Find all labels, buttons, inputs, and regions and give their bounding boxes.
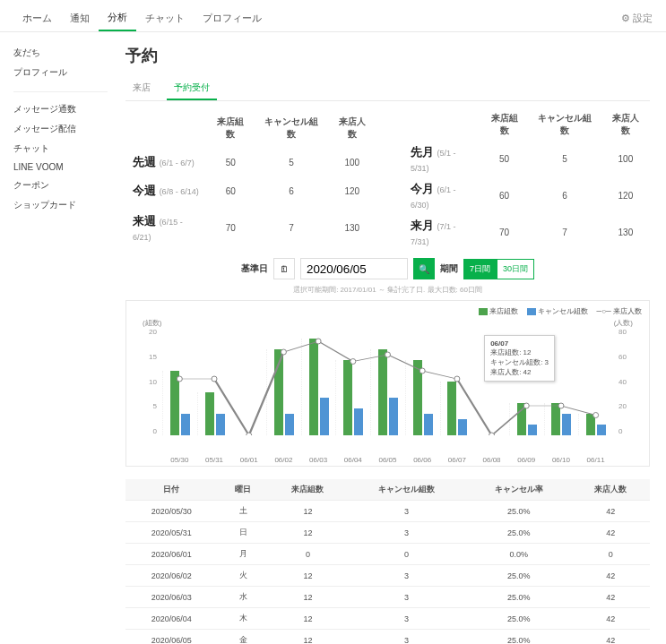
right-axis-label: (人数): [614, 318, 633, 328]
sum-value: 5: [528, 141, 601, 177]
table-cell: 12: [269, 608, 347, 630]
x-tick: 06/02: [266, 453, 301, 464]
table-cell: 42: [572, 587, 650, 608]
data-table: 日付曜日来店組数キャンセル組数キャンセル率来店人数2020/05/30土1232…: [125, 479, 650, 644]
table-row: 2020/05/30土12325.0%42: [125, 501, 650, 522]
table-cell: 0: [572, 544, 650, 565]
sidebar-item[interactable]: チャット: [13, 139, 108, 159]
period-pill[interactable]: 7日間: [463, 259, 497, 279]
sum-row-label: 今週 (6/8 - 6/14): [125, 176, 206, 205]
sum-value: 60: [480, 177, 529, 214]
sum-col-header: 来店組数: [206, 108, 255, 148]
table-cell: 2020/06/01: [125, 544, 218, 565]
table-cell: 2020/06/02: [125, 565, 218, 587]
sum-value: 7: [255, 205, 327, 251]
chart-slot: [266, 349, 301, 435]
subtab[interactable]: 予約受付: [167, 77, 217, 100]
nav-tab[interactable]: ホーム: [13, 6, 61, 30]
table-header: 曜日: [218, 479, 269, 501]
sidebar-item[interactable]: メッセージ通数: [13, 99, 108, 119]
table-row: 2020/06/02火12325.0%42: [125, 565, 650, 587]
x-tick: 06/06: [405, 453, 440, 464]
sum-col-header: キャンセル組数: [255, 108, 327, 148]
table-cell: 水: [218, 587, 269, 608]
x-labels: 05/3005/3106/0106/0206/0306/0406/0506/06…: [126, 453, 649, 464]
settings-link[interactable]: ⚙ 設定: [621, 12, 653, 25]
left-axis-label: (組数): [143, 318, 161, 328]
table-cell: 0.0%: [466, 544, 572, 565]
table-header: 日付: [125, 479, 218, 501]
table-cell: 火: [218, 565, 269, 587]
page-title: 予約: [125, 45, 650, 66]
table-cell: 2020/05/31: [125, 522, 218, 544]
bar-cancels: [181, 414, 190, 435]
bar-cancels: [597, 425, 606, 435]
bar-visits: [551, 403, 560, 435]
chart-slot: [405, 360, 440, 435]
chart-slot: [370, 349, 405, 435]
table-row: 2020/06/04木12325.0%42: [125, 608, 650, 630]
table-cell: 25.0%: [466, 608, 572, 630]
y-ticks-right: 806040200: [618, 328, 645, 435]
x-tick: 06/01: [231, 453, 266, 464]
sum-value: 50: [206, 148, 255, 176]
sum-value: 6: [255, 176, 327, 205]
table-cell: 42: [572, 501, 650, 522]
subtab[interactable]: 来店: [125, 77, 158, 100]
bar-visits: [343, 360, 352, 435]
sum-value: 60: [206, 176, 255, 205]
table-cell: 3: [347, 630, 466, 645]
table-cell: 2020/06/04: [125, 608, 218, 630]
sum-col-header: 来店人数: [328, 108, 376, 148]
sidebar-item[interactable]: プロフィール: [13, 63, 108, 82]
table-header: キャンセル組数: [347, 479, 466, 501]
period-label: 期間: [440, 262, 458, 275]
period-pills: 7日間30日間: [463, 259, 534, 279]
bar-cancels: [285, 414, 294, 435]
table-header: キャンセル率: [466, 479, 572, 501]
sum-value: 120: [328, 176, 376, 205]
sidebar-item[interactable]: LINE VOOM: [13, 159, 108, 176]
table-cell: 2020/05/30: [125, 501, 218, 522]
sidebar-item[interactable]: 友だち: [13, 43, 108, 63]
sum-row-label: 先週 (6/1 - 6/7): [125, 148, 206, 176]
table-row: 2020/06/03水12325.0%42: [125, 587, 650, 608]
table-cell: 42: [572, 608, 650, 630]
chart-slot: [544, 403, 579, 435]
bar-visits: [447, 382, 456, 435]
table-cell: 2020/06/05: [125, 630, 218, 645]
table-row: 2020/06/05金12325.0%42: [125, 630, 650, 645]
x-tick: 06/10: [544, 453, 579, 464]
calendar-icon[interactable]: 🗓: [273, 258, 295, 279]
period-pill[interactable]: 30日間: [497, 259, 534, 279]
search-icon[interactable]: 🔍: [413, 258, 435, 279]
bar-visits: [378, 349, 387, 435]
table-cell: 0: [269, 544, 347, 565]
table-cell: 3: [347, 587, 466, 608]
bar-cancels: [562, 414, 571, 435]
table-cell: 12: [269, 522, 347, 544]
chart-slot: [162, 371, 197, 435]
chart-slot: [301, 339, 336, 435]
table-cell: 25.0%: [466, 565, 572, 587]
sidebar-item[interactable]: クーポン: [13, 176, 108, 195]
table-row: 2020/06/01月000.0%0: [125, 544, 650, 565]
nav-tab[interactable]: チャット: [136, 6, 194, 30]
bar-visits: [586, 414, 595, 435]
sum-col-header: キャンセル組数: [528, 108, 601, 141]
sum-row-label: 今月 (6/1 - 6/30): [403, 177, 480, 214]
table-cell: 12: [269, 587, 347, 608]
sidebar-item[interactable]: メッセージ配信: [13, 119, 108, 139]
chart-slot: [578, 414, 613, 435]
x-tick: 06/05: [370, 453, 405, 464]
nav-tab[interactable]: 通知: [61, 6, 99, 30]
chart-slot: [509, 403, 544, 435]
nav-tab[interactable]: 分析: [99, 5, 136, 31]
table-cell: 3: [347, 608, 466, 630]
sidebar: 友だちプロフィールメッセージ通数メッセージ配信チャットLINE VOOMクーポン…: [0, 32, 108, 644]
sidebar-item[interactable]: ショップカード: [13, 195, 108, 215]
nav-tab[interactable]: プロフィール: [194, 6, 271, 30]
date-input[interactable]: [300, 258, 408, 279]
x-tick: 06/08: [474, 453, 509, 464]
x-tick: 05/30: [162, 453, 197, 464]
